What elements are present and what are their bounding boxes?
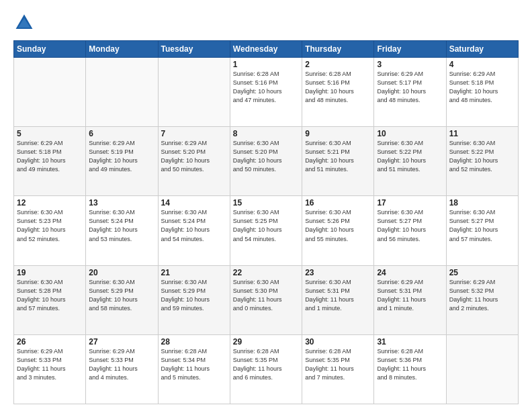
day-number: 20 [89, 268, 154, 277]
calendar-cell: 11Sunrise: 6:30 AM Sunset: 5:22 PM Dayli… [446, 127, 518, 196]
calendar-cell: 23Sunrise: 6:30 AM Sunset: 5:31 PM Dayli… [302, 265, 374, 334]
day-number: 12 [17, 198, 83, 208]
calendar-cell: 24Sunrise: 6:29 AM Sunset: 5:31 PM Dayli… [374, 265, 446, 334]
day-number: 18 [449, 198, 515, 208]
day-info: Sunrise: 6:29 AM Sunset: 5:19 PM Dayligh… [89, 139, 154, 174]
calendar-cell: 21Sunrise: 6:30 AM Sunset: 5:29 PM Dayli… [158, 265, 230, 334]
calendar-table: SundayMondayTuesdayWednesdayThursdayFrid… [13, 40, 519, 404]
day-info: Sunrise: 6:28 AM Sunset: 5:34 PM Dayligh… [161, 347, 227, 382]
day-info: Sunrise: 6:30 AM Sunset: 5:28 PM Dayligh… [17, 278, 83, 313]
day-info: Sunrise: 6:30 AM Sunset: 5:27 PM Dayligh… [377, 208, 443, 243]
day-info: Sunrise: 6:30 AM Sunset: 5:29 PM Dayligh… [161, 278, 227, 313]
day-number: 21 [161, 268, 227, 277]
day-info: Sunrise: 6:30 AM Sunset: 5:24 PM Dayligh… [89, 208, 154, 243]
calendar-cell: 14Sunrise: 6:30 AM Sunset: 5:24 PM Dayli… [158, 196, 230, 265]
day-number: 11 [449, 129, 515, 138]
calendar-cell: 30Sunrise: 6:28 AM Sunset: 5:35 PM Dayli… [302, 334, 374, 404]
day-info: Sunrise: 6:30 AM Sunset: 5:22 PM Dayligh… [377, 139, 443, 174]
day-info: Sunrise: 6:29 AM Sunset: 5:32 PM Dayligh… [449, 278, 515, 313]
day-number: 13 [89, 198, 154, 208]
weekday-header-monday: Monday [86, 41, 158, 58]
day-number: 15 [233, 198, 299, 208]
header [13, 12, 519, 34]
calendar-cell: 13Sunrise: 6:30 AM Sunset: 5:24 PM Dayli… [86, 196, 158, 265]
logo [13, 12, 38, 34]
calendar-cell: 20Sunrise: 6:30 AM Sunset: 5:29 PM Dayli… [86, 265, 158, 334]
week-row-1: 1Sunrise: 6:28 AM Sunset: 5:16 PM Daylig… [14, 58, 519, 127]
calendar-cell: 26Sunrise: 6:29 AM Sunset: 5:33 PM Dayli… [14, 334, 86, 404]
day-number: 22 [233, 268, 299, 277]
day-number: 31 [377, 337, 443, 347]
day-number: 5 [17, 129, 83, 138]
day-info: Sunrise: 6:28 AM Sunset: 5:16 PM Dayligh… [233, 70, 299, 105]
day-number: 8 [233, 129, 299, 138]
day-number: 26 [17, 337, 83, 347]
calendar-cell: 25Sunrise: 6:29 AM Sunset: 5:32 PM Dayli… [446, 265, 518, 334]
calendar-cell: 1Sunrise: 6:28 AM Sunset: 5:16 PM Daylig… [230, 58, 302, 127]
calendar-cell: 10Sunrise: 6:30 AM Sunset: 5:22 PM Dayli… [374, 127, 446, 196]
day-number: 7 [161, 129, 227, 138]
calendar-cell: 7Sunrise: 6:29 AM Sunset: 5:20 PM Daylig… [158, 127, 230, 196]
calendar-cell: 18Sunrise: 6:30 AM Sunset: 5:27 PM Dayli… [446, 196, 518, 265]
day-number: 6 [89, 129, 154, 138]
day-number: 3 [377, 60, 443, 69]
weekday-header-wednesday: Wednesday [230, 41, 302, 58]
weekday-header-friday: Friday [374, 41, 446, 58]
weekday-header-row: SundayMondayTuesdayWednesdayThursdayFrid… [14, 41, 519, 58]
week-row-5: 26Sunrise: 6:29 AM Sunset: 5:33 PM Dayli… [14, 334, 519, 404]
day-info: Sunrise: 6:30 AM Sunset: 5:26 PM Dayligh… [305, 208, 371, 243]
calendar-cell: 15Sunrise: 6:30 AM Sunset: 5:25 PM Dayli… [230, 196, 302, 265]
weekday-header-thursday: Thursday [302, 41, 374, 58]
page: SundayMondayTuesdayWednesdayThursdayFrid… [0, 0, 532, 411]
day-number: 23 [305, 268, 371, 277]
day-info: Sunrise: 6:30 AM Sunset: 5:31 PM Dayligh… [305, 278, 371, 313]
calendar-cell: 2Sunrise: 6:28 AM Sunset: 5:16 PM Daylig… [302, 58, 374, 127]
calendar-cell: 31Sunrise: 6:28 AM Sunset: 5:36 PM Dayli… [374, 334, 446, 404]
day-number: 9 [305, 129, 371, 138]
day-number: 29 [233, 337, 299, 347]
calendar-cell: 28Sunrise: 6:28 AM Sunset: 5:34 PM Dayli… [158, 334, 230, 404]
day-info: Sunrise: 6:30 AM Sunset: 5:29 PM Dayligh… [89, 278, 154, 313]
day-info: Sunrise: 6:30 AM Sunset: 5:23 PM Dayligh… [17, 208, 83, 243]
weekday-header-sunday: Sunday [14, 41, 86, 58]
day-number: 4 [449, 60, 515, 69]
day-info: Sunrise: 6:29 AM Sunset: 5:20 PM Dayligh… [161, 139, 227, 174]
day-info: Sunrise: 6:28 AM Sunset: 5:35 PM Dayligh… [305, 347, 371, 382]
day-info: Sunrise: 6:30 AM Sunset: 5:21 PM Dayligh… [305, 139, 371, 174]
calendar-cell [446, 334, 518, 404]
day-info: Sunrise: 6:29 AM Sunset: 5:18 PM Dayligh… [17, 139, 83, 174]
logo-icon [13, 12, 35, 34]
calendar-cell: 8Sunrise: 6:30 AM Sunset: 5:20 PM Daylig… [230, 127, 302, 196]
calendar-cell [158, 58, 230, 127]
day-number: 28 [161, 337, 227, 347]
calendar-cell: 16Sunrise: 6:30 AM Sunset: 5:26 PM Dayli… [302, 196, 374, 265]
day-info: Sunrise: 6:30 AM Sunset: 5:20 PM Dayligh… [233, 139, 299, 174]
day-number: 2 [305, 60, 371, 69]
week-row-3: 12Sunrise: 6:30 AM Sunset: 5:23 PM Dayli… [14, 196, 519, 265]
calendar-cell: 22Sunrise: 6:30 AM Sunset: 5:30 PM Dayli… [230, 265, 302, 334]
day-number: 27 [89, 337, 154, 347]
weekday-header-tuesday: Tuesday [158, 41, 230, 58]
day-number: 30 [305, 337, 371, 347]
calendar-cell: 29Sunrise: 6:28 AM Sunset: 5:35 PM Dayli… [230, 334, 302, 404]
day-info: Sunrise: 6:29 AM Sunset: 5:18 PM Dayligh… [449, 70, 515, 105]
day-number: 17 [377, 198, 443, 208]
calendar-cell: 9Sunrise: 6:30 AM Sunset: 5:21 PM Daylig… [302, 127, 374, 196]
weekday-header-saturday: Saturday [446, 41, 518, 58]
day-info: Sunrise: 6:30 AM Sunset: 5:24 PM Dayligh… [161, 208, 227, 243]
calendar-cell [14, 58, 86, 127]
calendar-cell: 3Sunrise: 6:29 AM Sunset: 5:17 PM Daylig… [374, 58, 446, 127]
day-info: Sunrise: 6:29 AM Sunset: 5:17 PM Dayligh… [377, 70, 443, 105]
day-info: Sunrise: 6:29 AM Sunset: 5:33 PM Dayligh… [89, 347, 154, 382]
calendar-cell: 19Sunrise: 6:30 AM Sunset: 5:28 PM Dayli… [14, 265, 86, 334]
week-row-4: 19Sunrise: 6:30 AM Sunset: 5:28 PM Dayli… [14, 265, 519, 334]
calendar-cell: 12Sunrise: 6:30 AM Sunset: 5:23 PM Dayli… [14, 196, 86, 265]
day-number: 24 [377, 268, 443, 277]
day-number: 10 [377, 129, 443, 138]
day-info: Sunrise: 6:30 AM Sunset: 5:22 PM Dayligh… [449, 139, 515, 174]
calendar-cell [86, 58, 158, 127]
day-number: 19 [17, 268, 83, 277]
calendar-cell: 17Sunrise: 6:30 AM Sunset: 5:27 PM Dayli… [374, 196, 446, 265]
day-number: 25 [449, 268, 515, 277]
calendar-cell: 5Sunrise: 6:29 AM Sunset: 5:18 PM Daylig… [14, 127, 86, 196]
